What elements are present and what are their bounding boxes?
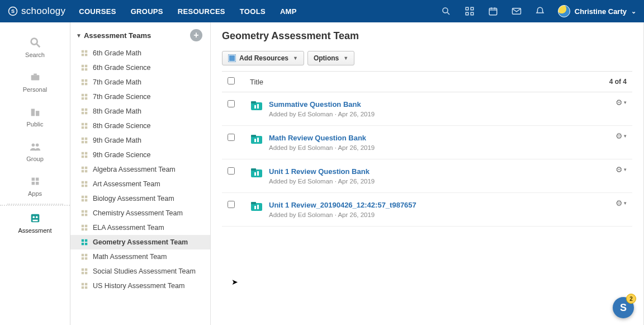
svg-rect-45 — [257, 205, 259, 209]
svg-rect-38 — [251, 169, 262, 177]
chat-widget[interactable]: S 2 — [613, 297, 634, 318]
team-icon — [80, 209, 88, 217]
sidebar-item-apps[interactable]: Apps — [0, 169, 70, 204]
caret-down-icon[interactable]: ▼ — [76, 32, 82, 39]
top-nav: COURSES GROUPS RESOURCES TOOLS AMP — [79, 7, 296, 16]
tree-item[interactable]: 7th Grade Science — [70, 90, 210, 104]
tree-item[interactable]: Biology Assessment Team — [70, 191, 210, 206]
row-count: 4 of 4 — [609, 78, 627, 86]
sidebar-item-label: Personal — [23, 86, 47, 93]
user-avatar-icon — [558, 5, 570, 17]
sidebar-item-personal[interactable]: Personal — [0, 65, 70, 100]
tree-item[interactable]: US History Assessment Team — [70, 279, 210, 293]
row-actions-button[interactable]: ⚙▾ — [615, 131, 627, 140]
tree-item[interactable]: 7th Grade Math — [70, 75, 210, 90]
add-resources-button[interactable]: Add Resources ▼ — [222, 51, 304, 65]
row-actions-button[interactable]: ⚙▾ — [615, 199, 627, 208]
tree-item[interactable]: 6th Grade Science — [70, 60, 210, 75]
search-icon[interactable] — [441, 6, 452, 17]
action-bar: Add Resources ▼ Options ▼ — [222, 51, 632, 65]
chevron-down-icon: ▼ — [293, 55, 298, 61]
team-icon — [80, 49, 88, 57]
tree-item[interactable]: 6th Grade Math — [70, 46, 210, 60]
resource-title[interactable]: Summative Question Bank — [269, 100, 627, 109]
svg-rect-17 — [31, 109, 34, 116]
team-icon — [80, 107, 88, 115]
tree-item[interactable]: 8th Grade Math — [70, 104, 210, 119]
add-team-button[interactable]: + — [190, 29, 202, 41]
question-bank-icon — [250, 100, 263, 111]
sidebar-item-label: Assessment — [18, 227, 52, 234]
brand-logo[interactable]: S schoology — [8, 6, 65, 17]
tree-item[interactable]: 8th Grade Science — [70, 119, 210, 133]
column-title: Title — [250, 78, 609, 86]
group-people-icon — [27, 140, 44, 153]
svg-rect-37 — [257, 138, 259, 142]
team-icon — [80, 180, 88, 188]
tree-item[interactable]: Algebra Assessment Team — [70, 162, 210, 177]
row-actions-button[interactable]: ⚙▾ — [615, 98, 627, 107]
sidebar-item-label: Public — [27, 121, 44, 128]
nav-groups[interactable]: GROUPS — [131, 7, 163, 16]
sidebar-item-label: Group — [26, 156, 44, 162]
tree-title: Assessment Teams — [84, 31, 151, 40]
team-icon — [80, 78, 88, 86]
svg-rect-7 — [471, 12, 473, 15]
row-checkbox[interactable] — [228, 100, 235, 107]
team-icon — [80, 282, 88, 290]
tree-item[interactable]: Geometry Assessment Team — [70, 235, 210, 249]
svg-rect-6 — [466, 12, 468, 15]
resource-title[interactable]: Math Review Question Bank — [269, 134, 627, 142]
calendar-icon[interactable] — [487, 6, 499, 17]
tree-item-label: Algebra Assessment Team — [93, 166, 176, 173]
tree-item[interactable]: 9th Grade Science — [70, 148, 210, 162]
nav-resources[interactable]: RESOURCES — [178, 7, 225, 16]
resource-meta: Added by Ed Soloman · Apr 26, 2019 — [269, 144, 627, 151]
svg-point-20 — [35, 144, 38, 147]
tree-item[interactable]: Social Studies Assessment Team — [70, 264, 210, 279]
briefcase-icon — [27, 70, 44, 84]
tree-list: 6th Grade Math6th Grade Science7th Grade… — [70, 46, 210, 293]
nav-courses[interactable]: COURSES — [79, 7, 116, 16]
puzzle-icon — [27, 175, 44, 188]
svg-rect-39 — [251, 168, 256, 171]
tree-item[interactable]: ELA Assessment Team — [70, 220, 210, 235]
tree-item-label: 7th Grade Math — [93, 78, 141, 86]
row-actions-button[interactable]: ⚙▾ — [615, 165, 627, 174]
nav-amp[interactable]: AMP — [280, 7, 297, 16]
svg-rect-41 — [257, 171, 259, 176]
sidebar-item-search[interactable]: Search — [0, 30, 70, 65]
select-all-checkbox[interactable] — [228, 77, 235, 84]
team-icon — [80, 136, 88, 144]
svg-rect-18 — [35, 111, 39, 116]
row-checkbox[interactable] — [228, 201, 235, 208]
sidebar-item-public[interactable]: Public — [0, 100, 70, 134]
main-content: Geometry Assessment Team Add Resources ▼… — [211, 22, 644, 325]
resource-title[interactable]: Unit 1 Review_20190426_12:42:57_t987657 — [269, 201, 627, 209]
user-menu[interactable]: Christine Carty ⌄ — [558, 5, 636, 17]
tree-item-label: 6th Grade Math — [93, 49, 141, 57]
nav-tools[interactable]: TOOLS — [240, 7, 266, 16]
chat-initial: S — [620, 302, 627, 314]
options-button[interactable]: Options ▼ — [307, 51, 354, 65]
apps-grid-icon[interactable] — [464, 6, 475, 17]
shell: Search Personal Public Group Apps Assess… — [0, 22, 644, 325]
tree-item[interactable]: Chemistry Assessment Team — [70, 206, 210, 220]
resource-title[interactable]: Unit 1 Review Question Bank — [269, 167, 627, 176]
mail-icon[interactable] — [511, 6, 522, 17]
row-checkbox[interactable] — [228, 134, 235, 141]
svg-rect-32 — [254, 105, 256, 109]
row-checkbox[interactable] — [228, 167, 235, 175]
tree-item-label: Art Assessment Team — [93, 180, 160, 188]
svg-rect-43 — [251, 202, 256, 204]
tree-item[interactable]: 9th Grade Math — [70, 133, 210, 148]
sidebar-item-assessment[interactable]: Assessment — [0, 205, 70, 241]
tree-item[interactable]: Math Assessment Team — [70, 249, 210, 264]
logo-mark-icon: S — [8, 6, 18, 16]
sidebar-item-group[interactable]: Group — [0, 134, 70, 169]
notifications-icon[interactable] — [534, 6, 546, 17]
tree-item[interactable]: Art Assessment Team — [70, 177, 210, 191]
question-bank-icon — [250, 167, 263, 178]
svg-rect-5 — [471, 7, 473, 10]
question-bank-icon — [250, 134, 263, 145]
